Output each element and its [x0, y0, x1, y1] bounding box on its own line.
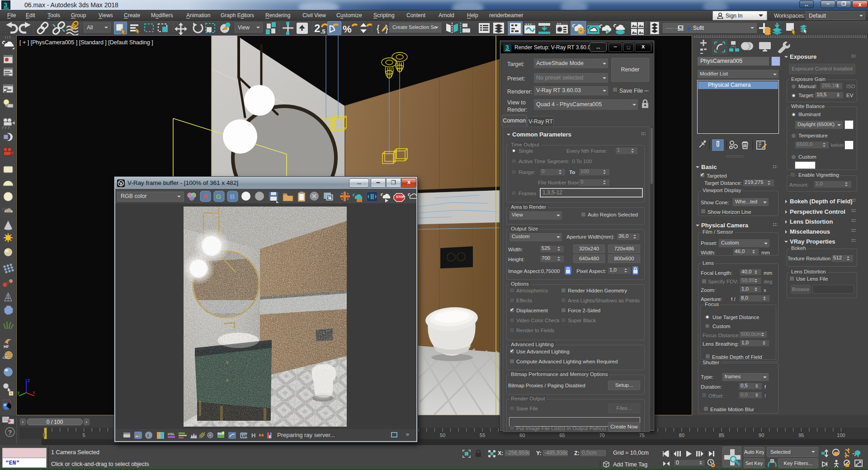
svg-text:55: 55: [480, 432, 485, 438]
svg-text:G: G: [216, 193, 222, 200]
svg-text:.5: .5: [321, 28, 326, 35]
svg-text:85: 85: [719, 432, 724, 438]
svg-text:LUT: LUT: [241, 434, 248, 438]
svg-text:R: R: [203, 193, 208, 200]
svg-text:75: 75: [639, 432, 645, 438]
svg-text:80: 80: [679, 432, 684, 438]
svg-text:Ox: Ox: [3, 356, 7, 360]
svg-text:{: {: [377, 24, 380, 33]
svg-text:H: H: [251, 432, 255, 439]
svg-text:90: 90: [759, 432, 764, 438]
svg-text:x: x: [33, 390, 35, 395]
svg-text:STOP: STOP: [396, 195, 405, 198]
svg-text:70: 70: [599, 432, 604, 438]
svg-text:HF: HF: [4, 344, 9, 349]
svg-text:100: 100: [837, 432, 845, 438]
svg-text:%: %: [343, 24, 352, 35]
svg-text:50: 50: [440, 432, 445, 438]
svg-text:y: y: [17, 390, 20, 395]
svg-text:95: 95: [798, 432, 804, 438]
svg-text:65: 65: [559, 432, 565, 438]
svg-text:2: 2: [314, 22, 320, 34]
svg-text:z: z: [28, 377, 30, 383]
svg-text:60: 60: [519, 432, 525, 438]
svg-text:HSL: HSL: [168, 432, 175, 436]
svg-text:5: 5: [83, 432, 85, 438]
svg-text:i: i: [147, 432, 149, 438]
svg-text:B: B: [230, 193, 235, 200]
